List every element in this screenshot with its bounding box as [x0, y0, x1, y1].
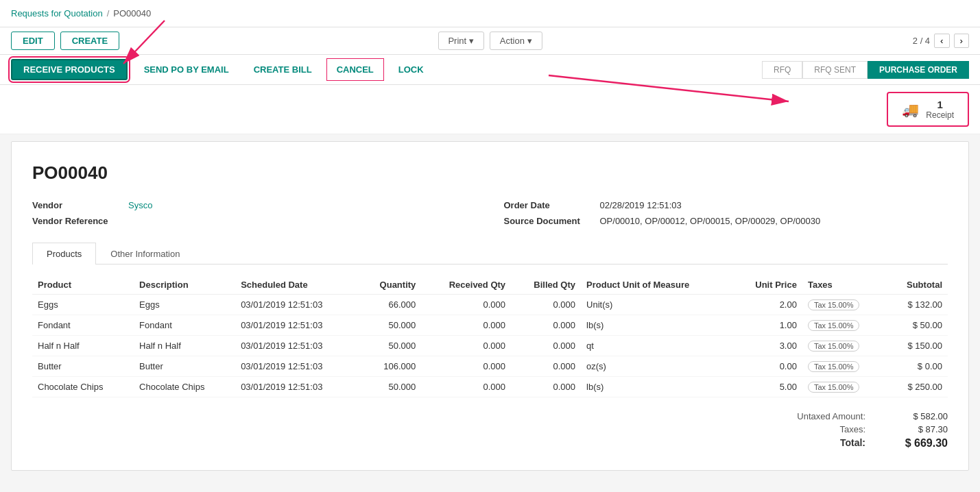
cell-received-qty: 0.000: [421, 356, 511, 377]
pagination-text: 2 / 4: [913, 36, 930, 46]
col-taxes: Taxes: [802, 275, 886, 295]
tab-products[interactable]: Products: [32, 243, 96, 265]
cell-product: Half n Half: [32, 336, 134, 356]
cell-product: Fondant: [32, 315, 134, 336]
cell-scheduled-date: 03/01/2019 12:51:03: [235, 336, 359, 356]
col-unit-price: Unit Price: [732, 275, 802, 295]
col-received-qty: Received Qty: [421, 275, 511, 295]
cell-uom: Unit(s): [581, 295, 732, 315]
cell-received-qty: 0.000: [421, 295, 511, 315]
cell-tax: Tax 15.00%: [802, 295, 886, 315]
cell-quantity: 66.000: [359, 295, 421, 315]
cell-subtotal: $ 50.00: [886, 315, 948, 336]
receipt-badge[interactable]: 🚚 1 Receipt: [887, 92, 969, 127]
pagination: 2 / 4 ‹ ›: [913, 34, 969, 48]
send-po-email-button[interactable]: SEND PO BY EMAIL: [136, 60, 237, 79]
cell-unit-price: 2.00: [732, 295, 802, 315]
cell-quantity: 50.000: [359, 336, 421, 356]
create-bill-button[interactable]: CREATE BILL: [246, 60, 320, 79]
col-uom: Product Unit of Measure: [581, 275, 732, 295]
cell-tax: Tax 15.00%: [802, 336, 886, 356]
cell-scheduled-date: 03/01/2019 12:51:03: [235, 377, 359, 397]
cell-billed-qty: 0.000: [511, 377, 581, 397]
breadcrumb-nav: Requests for Quotation / PO00040: [0, 0, 980, 27]
cell-quantity: 106.000: [359, 356, 421, 377]
status-rfq[interactable]: RFQ: [762, 61, 802, 79]
cell-received-qty: 0.000: [421, 377, 511, 397]
breadcrumb-parent[interactable]: Requests for Quotation: [11, 8, 103, 19]
cell-tax: Tax 15.00%: [802, 377, 886, 397]
table-row: Eggs Eggs 03/01/2019 12:51:03 66.000 0.0…: [32, 295, 948, 315]
receive-products-button[interactable]: RECEIVE PRODUCTS: [11, 59, 128, 80]
cell-description: Butter: [134, 356, 235, 377]
vendor-value[interactable]: Sysco: [128, 200, 152, 210]
cell-product: Chocolate Chips: [32, 377, 134, 397]
cell-scheduled-date: 03/01/2019 12:51:03: [235, 295, 359, 315]
order-date-label: Order Date: [504, 200, 593, 210]
vendor-ref-label: Vendor Reference: [32, 216, 121, 226]
untaxed-amount-value: $ 582.00: [893, 411, 948, 421]
order-date-value: 02/28/2019 12:51:03: [600, 200, 682, 210]
cell-billed-qty: 0.000: [511, 356, 581, 377]
total-label: Total:: [769, 437, 865, 450]
edit-button[interactable]: EDIT: [11, 32, 55, 50]
cell-unit-price: 3.00: [732, 336, 802, 356]
table-row: Fondant Fondant 03/01/2019 12:51:03 50.0…: [32, 315, 948, 336]
cell-subtotal: $ 132.00: [886, 295, 948, 315]
taxes-row: Taxes: $ 87.30: [769, 424, 948, 434]
cell-scheduled-date: 03/01/2019 12:51:03: [235, 356, 359, 377]
receipt-container: 🚚 1 Receipt: [0, 85, 980, 134]
total-row: Total: $ 669.30: [769, 437, 948, 450]
po-number: PO00040: [32, 162, 948, 184]
breadcrumb-current: PO00040: [113, 8, 151, 19]
action-button[interactable]: Action ▾: [490, 32, 542, 50]
table-row: Half n Half Half n Half 03/01/2019 12:51…: [32, 336, 948, 356]
cell-tax: Tax 15.00%: [802, 315, 886, 336]
prev-button[interactable]: ‹: [934, 34, 949, 48]
cell-unit-price: 5.00: [732, 377, 802, 397]
secondary-bar: RECEIVE PRODUCTS SEND PO BY EMAIL CREATE…: [0, 55, 980, 85]
source-doc-value: OP/00010, OP/00012, OP/00015, OP/00029, …: [600, 216, 821, 226]
cell-product: Butter: [32, 356, 134, 377]
print-button[interactable]: Print ▾: [438, 32, 483, 50]
table-header-row: Product Description Scheduled Date Quant…: [32, 275, 948, 295]
cell-received-qty: 0.000: [421, 336, 511, 356]
cell-description: Chocolate Chips: [134, 377, 235, 397]
vendor-label: Vendor: [32, 200, 121, 210]
form-grid: Vendor Sysco Vendor Reference Order Date…: [32, 200, 948, 226]
cell-tax: Tax 15.00%: [802, 356, 886, 377]
taxes-value: $ 87.30: [893, 424, 948, 434]
cell-scheduled-date: 03/01/2019 12:51:03: [235, 315, 359, 336]
action-bar: EDIT CREATE Print ▾ Action ▾ 2 / 4 ‹ ›: [0, 27, 980, 55]
create-button[interactable]: CREATE: [60, 32, 119, 50]
totals-section: Untaxed Amount: $ 582.00 Taxes: $ 87.30 …: [32, 411, 948, 450]
truck-icon: 🚚: [902, 101, 919, 118]
source-doc-label: Source Document: [504, 216, 593, 226]
cell-subtotal: $ 0.00: [886, 356, 948, 377]
col-product: Product: [32, 275, 134, 295]
cancel-button[interactable]: CANCEL: [328, 60, 382, 79]
col-description: Description: [134, 275, 235, 295]
receipt-info: 1 Receipt: [926, 99, 954, 120]
breadcrumb-separator: /: [107, 8, 110, 19]
col-quantity: Quantity: [359, 275, 421, 295]
lock-button[interactable]: LOCK: [390, 60, 432, 79]
products-table: Product Description Scheduled Date Quant…: [32, 275, 948, 397]
center-actions: Print ▾ Action ▾: [438, 32, 542, 50]
status-rfq-sent[interactable]: RFQ SENT: [802, 61, 868, 79]
taxes-label: Taxes:: [769, 424, 865, 434]
main-content: PO00040 Vendor Sysco Vendor Reference Or…: [11, 141, 969, 471]
table-row: Butter Butter 03/01/2019 12:51:03 106.00…: [32, 356, 948, 377]
status-bar: RFQ RFQ SENT PURCHASE ORDER: [762, 61, 969, 79]
cell-description: Half n Half: [134, 336, 235, 356]
cell-description: Eggs: [134, 295, 235, 315]
tab-other-information[interactable]: Other Information: [96, 243, 194, 265]
receipt-count: 1: [937, 99, 942, 110]
cell-subtotal: $ 150.00: [886, 336, 948, 356]
status-purchase-order[interactable]: PURCHASE ORDER: [868, 61, 969, 79]
cell-quantity: 50.000: [359, 315, 421, 336]
cell-billed-qty: 0.000: [511, 315, 581, 336]
cell-uom: lb(s): [581, 377, 732, 397]
next-button[interactable]: ›: [954, 34, 969, 48]
untaxed-amount-row: Untaxed Amount: $ 582.00: [769, 411, 948, 421]
